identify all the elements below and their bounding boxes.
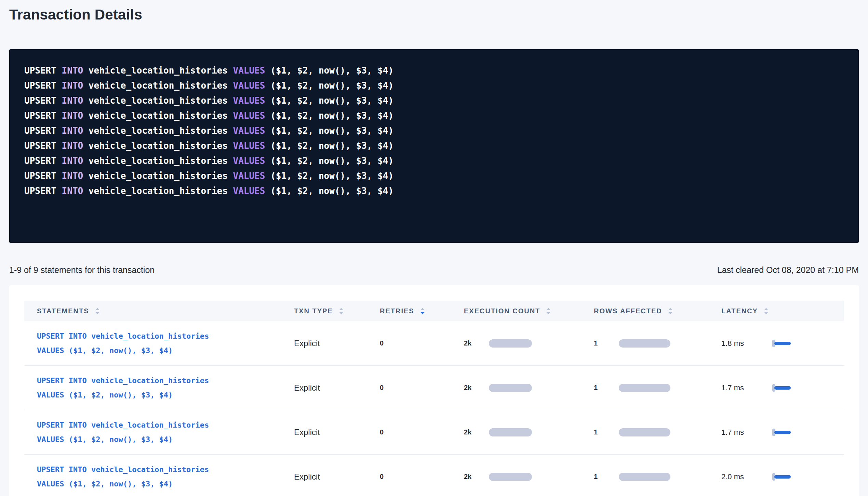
latency-value: 1.8 ms: [721, 339, 772, 348]
sql-keyword-upsert: UPSERT: [24, 95, 62, 106]
sql-keyword-upsert: UPSERT: [24, 156, 62, 166]
table-row: UPSERT INTO vehicle_location_historiesVA…: [24, 366, 844, 410]
sort-icons[interactable]: [95, 308, 99, 314]
sql-keyword-into: INTO: [62, 110, 89, 121]
sql-keyword-values: VALUES: [233, 156, 271, 166]
sort-asc-icon: [420, 308, 425, 310]
sort-icons[interactable]: [420, 308, 425, 314]
transaction-details-page: Transaction Details UPSERT INTO vehicle_…: [0, 0, 868, 496]
sort-asc-icon: [339, 308, 343, 310]
sql-statement-line: UPSERT INTO vehicle_location_histories V…: [24, 108, 845, 123]
sql-statement-line: UPSERT INTO vehicle_location_histories V…: [24, 63, 845, 78]
sql-params: ($1, $2, now(), $3, $4): [270, 126, 393, 136]
column-header-txn-type[interactable]: Txn Type: [294, 307, 380, 315]
statement-cell: UPSERT INTO vehicle_location_historiesVA…: [24, 418, 294, 447]
latency-bar-fill: [774, 342, 791, 345]
column-header-label: Statements: [37, 307, 89, 315]
statement-line-2: VALUES ($1, $2, now(), $3, $4): [37, 388, 294, 402]
statement-link[interactable]: UPSERT INTO vehicle_location_historiesVA…: [37, 374, 294, 402]
sort-desc-icon: [546, 312, 550, 314]
table-row: UPSERT INTO vehicle_location_historiesVA…: [24, 455, 844, 496]
rows-affected-value: 1: [594, 339, 619, 347]
execution-count-bar: [489, 384, 532, 392]
statement-link[interactable]: UPSERT INTO vehicle_location_historiesVA…: [37, 462, 294, 491]
retries-cell: 0: [380, 428, 464, 436]
sql-keyword-upsert: UPSERT: [24, 171, 62, 181]
sql-keyword-upsert: UPSERT: [24, 186, 62, 196]
sort-asc-icon: [668, 308, 672, 310]
execution-count-value: 2k: [464, 384, 489, 392]
sql-params: ($1, $2, now(), $3, $4): [270, 141, 393, 151]
column-header-statements[interactable]: Statements: [24, 307, 294, 315]
rows-affected-value: 1: [594, 384, 619, 392]
sort-desc-icon: [764, 312, 768, 314]
sort-asc-icon: [546, 308, 550, 310]
latency-value: 1.7 ms: [721, 428, 772, 437]
statement-line-1: UPSERT INTO vehicle_location_histories: [37, 462, 294, 477]
sql-table-name: vehicle_location_histories: [89, 80, 233, 91]
sql-keyword-values: VALUES: [233, 126, 271, 136]
sort-icons[interactable]: [546, 308, 550, 314]
column-header-rows-affected[interactable]: Rows Affected: [594, 307, 721, 315]
sql-keyword-upsert: UPSERT: [24, 65, 62, 76]
latency-bar-fill: [774, 431, 791, 434]
column-header-label: Txn Type: [294, 307, 333, 315]
page-title: Transaction Details: [9, 0, 859, 23]
last-cleared-text: Last cleared Oct 08, 2020 at 7:10 PM: [717, 265, 859, 275]
sql-params: ($1, $2, now(), $3, $4): [270, 110, 393, 121]
execution-count-cell: 2k: [464, 473, 594, 481]
sql-table-name: vehicle_location_histories: [89, 141, 233, 151]
retries-cell: 0: [380, 473, 464, 481]
sql-statement-line: UPSERT INTO vehicle_location_histories V…: [24, 168, 845, 183]
column-header-retries[interactable]: Retries: [380, 307, 464, 315]
statement-cell: UPSERT INTO vehicle_location_historiesVA…: [24, 462, 294, 491]
statement-link[interactable]: UPSERT INTO vehicle_location_historiesVA…: [37, 418, 294, 447]
sql-statement-line: UPSERT INTO vehicle_location_histories V…: [24, 138, 845, 153]
sort-icons[interactable]: [668, 308, 672, 314]
statement-cell: UPSERT INTO vehicle_location_historiesVA…: [24, 374, 294, 402]
latency-cell: 2.0 ms: [721, 472, 844, 481]
column-header-label: Rows Affected: [594, 307, 662, 315]
rows-affected-bar: [619, 428, 670, 436]
txn-type-cell: Explicit: [294, 339, 380, 348]
retries-cell: 0: [380, 384, 464, 392]
sql-table-name: vehicle_location_histories: [89, 110, 233, 121]
sql-keyword-upsert: UPSERT: [24, 110, 62, 121]
statement-link[interactable]: UPSERT INTO vehicle_location_historiesVA…: [37, 329, 294, 358]
sql-params: ($1, $2, now(), $3, $4): [270, 80, 393, 91]
sql-params: ($1, $2, now(), $3, $4): [270, 156, 393, 166]
execution-count-cell: 2k: [464, 384, 594, 392]
column-header-execution-count[interactable]: Execution Count: [464, 307, 594, 315]
sql-statement-line: UPSERT INTO vehicle_location_histories V…: [24, 153, 845, 168]
statement-line-1: UPSERT INTO vehicle_location_histories: [37, 374, 294, 388]
rows-affected-cell: 1: [594, 428, 721, 436]
sql-keyword-into: INTO: [62, 171, 89, 181]
statement-line-2: VALUES ($1, $2, now(), $3, $4): [37, 343, 294, 358]
latency-bar: [772, 384, 791, 392]
latency-bar-fill: [774, 475, 791, 479]
sql-keyword-into: INTO: [62, 95, 89, 106]
execution-count-value: 2k: [464, 339, 489, 347]
latency-cell: 1.7 ms: [721, 383, 844, 392]
rows-affected-cell: 1: [594, 384, 721, 392]
sql-params: ($1, $2, now(), $3, $4): [270, 171, 393, 181]
sql-keyword-into: INTO: [62, 126, 89, 136]
sql-table-name: vehicle_location_histories: [89, 171, 233, 181]
column-header-latency[interactable]: Latency: [721, 307, 844, 315]
statement-line-1: UPSERT INTO vehicle_location_histories: [37, 418, 294, 432]
latency-bar-fill: [774, 386, 791, 390]
table-row: UPSERT INTO vehicle_location_historiesVA…: [24, 410, 844, 455]
table-body: UPSERT INTO vehicle_location_historiesVA…: [24, 321, 844, 496]
sort-asc-icon: [764, 308, 768, 310]
statements-range-text: 1-9 of 9 statements for this transaction: [9, 265, 155, 275]
sort-icons[interactable]: [764, 308, 768, 314]
table-header-row: StatementsTxn TypeRetriesExecution Count…: [24, 301, 844, 321]
latency-cell: 1.7 ms: [721, 428, 844, 437]
rows-affected-value: 1: [594, 473, 619, 481]
rows-affected-cell: 1: [594, 339, 721, 348]
sql-keyword-into: INTO: [62, 80, 89, 91]
statement-cell: UPSERT INTO vehicle_location_historiesVA…: [24, 329, 294, 358]
sort-icons[interactable]: [339, 308, 343, 314]
sql-table-name: vehicle_location_histories: [89, 126, 233, 136]
rows-affected-bar: [619, 384, 670, 392]
